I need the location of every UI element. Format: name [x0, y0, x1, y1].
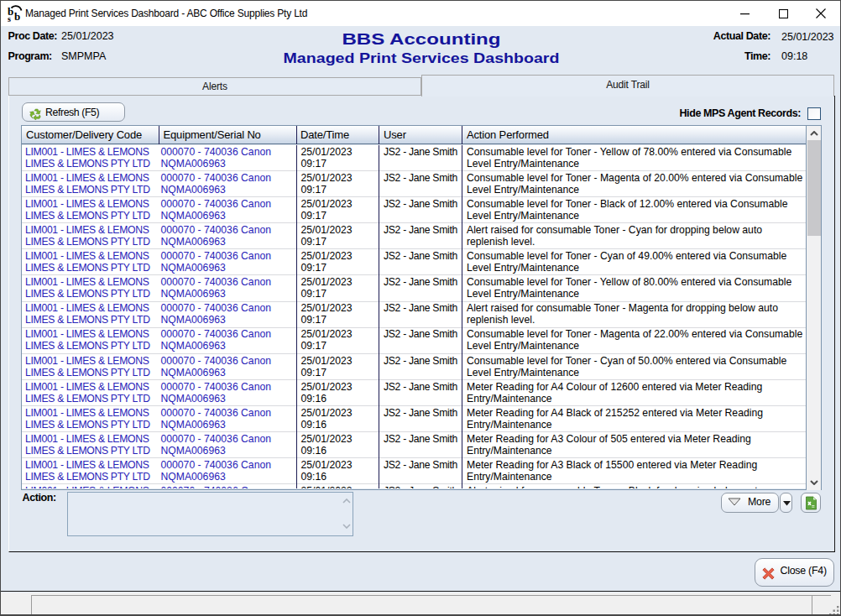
svg-text:s: s: [8, 14, 11, 23]
svg-text:b: b: [14, 10, 20, 23]
